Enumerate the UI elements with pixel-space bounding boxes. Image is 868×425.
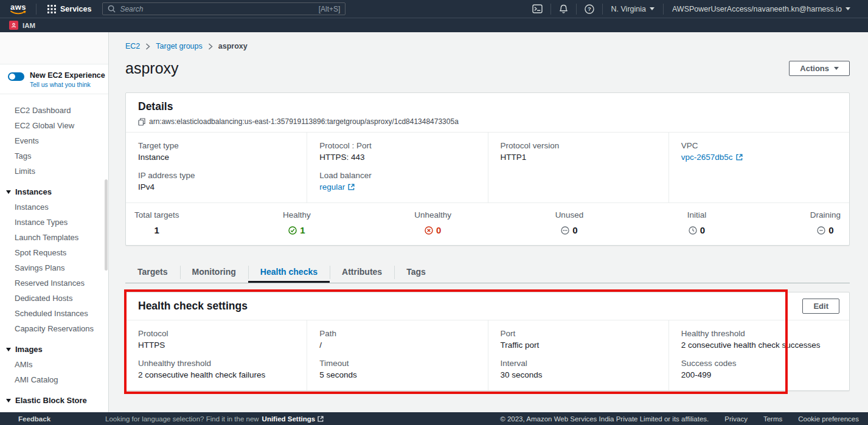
field-target-type: Target type Instance xyxy=(138,141,294,162)
sidebar-item-ec2-dashboard[interactable]: EC2 Dashboard xyxy=(0,103,108,118)
sidebar-item-spot-requests[interactable]: Spot Requests xyxy=(0,245,108,260)
field-healthy-threshold: Healthy threshold 2 consecutive health c… xyxy=(681,329,837,350)
stat-total-targets: Total targets 1 xyxy=(134,210,179,235)
stat-initial: Initial 0 xyxy=(687,210,707,235)
minus-circle-icon xyxy=(817,226,825,235)
search-icon xyxy=(108,5,116,13)
field-load-balancer: Load balancer regular xyxy=(319,171,475,192)
sidebar-item-ec2-global-view[interactable]: EC2 Global View xyxy=(0,118,108,133)
feedback-button[interactable]: Feedback xyxy=(18,415,50,423)
chevron-down-icon xyxy=(845,7,850,10)
services-label: Services xyxy=(60,5,91,13)
field-path: Path / xyxy=(319,329,475,350)
actions-button[interactable]: Actions xyxy=(789,61,850,76)
account-label: AWSPowerUserAccess/navaneeth.kn@harness.… xyxy=(672,5,842,13)
stat-healthy: Healthy 1 xyxy=(283,210,311,235)
cloudshell-button[interactable] xyxy=(524,4,550,13)
sidebar-scrollbar[interactable] xyxy=(105,179,108,271)
details-title: Details xyxy=(138,100,837,113)
sidebar-section-instances[interactable]: Instances xyxy=(0,184,108,199)
new-experience-toggle[interactable] xyxy=(8,72,24,81)
sidebar-item-ami-catalog[interactable]: AMI Catalog xyxy=(0,372,108,387)
sidebar-item-instances[interactable]: Instances xyxy=(0,199,108,215)
search-input[interactable] xyxy=(120,5,314,13)
pending-circle-icon xyxy=(561,226,569,235)
copyright-text: © 2023, Amazon Web Services India Privat… xyxy=(500,415,709,423)
breadcrumb-ec2[interactable]: EC2 xyxy=(125,42,140,50)
triangle-down-icon xyxy=(6,348,11,351)
breadcrumb-target-groups[interactable]: Target groups xyxy=(156,42,202,50)
tab-targets[interactable]: Targets xyxy=(125,261,180,283)
region-selector[interactable]: N. Virginia xyxy=(603,5,663,13)
page-title: asproxy xyxy=(125,60,179,77)
sidebar-item-limits[interactable]: Limits xyxy=(0,164,108,179)
tab-monitoring[interactable]: Monitoring xyxy=(180,261,248,283)
aws-logo[interactable]: aws xyxy=(9,4,27,15)
sidebar-item-amis[interactable]: AMIs xyxy=(0,357,108,372)
field-interval: Interval 30 seconds xyxy=(501,359,656,379)
favorite-iam-link[interactable]: IAM xyxy=(9,21,35,30)
console-footer: Feedback Looking for language selection?… xyxy=(0,412,868,425)
terms-link[interactable]: Terms xyxy=(763,415,782,423)
field-success-codes: Success codes 200-499 xyxy=(681,359,837,379)
external-link-icon xyxy=(318,416,324,422)
target-group-arn: arn:aws:elasticloadbalancing:us-east-1:3… xyxy=(149,117,459,126)
field-ip-address-type: IP address type IPv4 xyxy=(138,171,294,192)
vpc-link[interactable]: vpc-2657db5c xyxy=(681,153,743,162)
sidebar-item-reserved-instances[interactable]: Reserved Instances xyxy=(0,275,108,291)
new-experience-banner: New EC2 Experience Tell us what you thin… xyxy=(0,64,108,94)
sidebar-item-savings-plans[interactable]: Savings Plans xyxy=(0,260,108,275)
notifications-button[interactable] xyxy=(551,4,576,14)
sidebar-nav: EC2 Dashboard EC2 Global View Events Tag… xyxy=(0,94,108,412)
topbar-divider xyxy=(36,4,36,15)
tab-health-checks[interactable]: Health checks xyxy=(248,261,330,283)
stat-unused: Unused 0 xyxy=(555,210,584,235)
sidebar-item-tags[interactable]: Tags xyxy=(0,148,108,164)
tab-attributes[interactable]: Attributes xyxy=(330,261,394,283)
sidebar-item-launch-templates[interactable]: Launch Templates xyxy=(0,230,108,245)
sidebar-item-instance-types[interactable]: Instance Types xyxy=(0,215,108,230)
health-check-settings-panel: Health check settings Edit Protocol HTTP… xyxy=(125,292,850,391)
field-vpc: VPC vpc-2657db5c xyxy=(681,141,837,162)
copy-icon[interactable] xyxy=(138,118,145,126)
sidebar-item-events[interactable]: Events xyxy=(0,133,108,148)
triangle-down-icon xyxy=(6,190,11,194)
load-balancer-link[interactable]: regular xyxy=(319,182,355,192)
language-notice: Looking for language selection? Find it … xyxy=(105,415,259,423)
unified-settings-link[interactable]: Unified Settings xyxy=(262,415,324,423)
sidebar-section-images[interactable]: Images xyxy=(0,342,108,357)
field-port: Port Traffic port xyxy=(501,329,656,350)
chevron-down-icon xyxy=(650,7,654,10)
account-menu[interactable]: AWSPowerUserAccess/navaneeth.kn@harness.… xyxy=(664,5,859,13)
field-timeout: Timeout 5 seconds xyxy=(319,359,475,379)
top-navigation-bar: aws Services [Alt+S] ? N. Virginia AWSPo… xyxy=(0,0,868,18)
search-shortcut-hint: [Alt+S] xyxy=(319,5,341,13)
cookie-preferences-link[interactable]: Cookie preferences xyxy=(798,415,859,423)
chevron-down-icon xyxy=(834,67,839,70)
sidebar-item-volumes[interactable]: Volumes xyxy=(0,408,108,412)
ec2-sidebar: New EC2 Experience Tell us what you thin… xyxy=(0,32,109,412)
sidebar-item-capacity-reservations[interactable]: Capacity Reservations xyxy=(0,321,108,336)
breadcrumb: EC2 Target groups asproxy xyxy=(125,32,850,50)
sidebar-item-scheduled-instances[interactable]: Scheduled Instances xyxy=(0,306,108,321)
feedback-link[interactable]: Tell us what you think xyxy=(30,81,105,88)
stat-draining: Draining 0 xyxy=(810,210,841,235)
target-status-summary: Total targets 1 Healthy 1 Unhealthy 0 xyxy=(126,203,849,245)
clock-icon xyxy=(689,226,697,235)
sidebar-item-dedicated-hosts[interactable]: Dedicated Hosts xyxy=(0,291,108,306)
details-panel: Details arn:aws:elasticloadbalancing:us-… xyxy=(125,92,850,246)
sidebar-section-elastic-block-store[interactable]: Elastic Block Store xyxy=(0,393,108,408)
services-menu[interactable]: Services xyxy=(44,5,95,13)
chevron-right-icon xyxy=(208,43,213,50)
sidebar-top-spacer xyxy=(0,32,108,64)
check-circle-icon xyxy=(288,226,297,235)
iam-label: IAM xyxy=(23,22,35,29)
tab-tags[interactable]: Tags xyxy=(394,261,438,283)
help-button[interactable]: ? xyxy=(577,4,602,14)
x-circle-icon xyxy=(425,226,433,235)
iam-service-icon xyxy=(9,21,18,30)
edit-button[interactable]: Edit xyxy=(802,299,839,314)
privacy-link[interactable]: Privacy xyxy=(724,415,748,423)
stat-unhealthy: Unhealthy 0 xyxy=(414,210,451,235)
global-search[interactable]: [Alt+S] xyxy=(102,2,345,15)
